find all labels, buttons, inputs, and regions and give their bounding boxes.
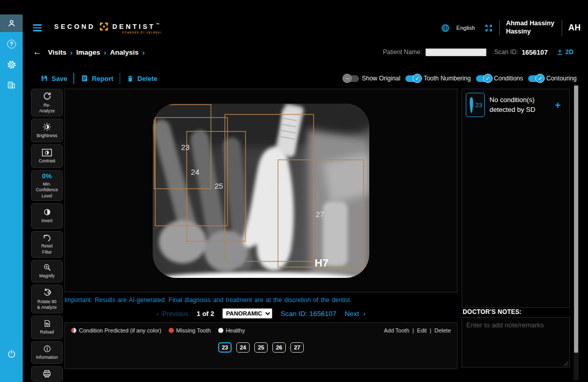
tools-panel: Re- Analyze Brightness Contrast 0% Min. … <box>31 89 63 382</box>
globe-icon[interactable] <box>440 23 450 33</box>
reset-filter-button[interactable]: Reset Filter <box>31 231 63 258</box>
rotate-90-analyze-button[interactable]: Rotate 90 & Analyze <box>31 285 63 313</box>
brand-logo-icon <box>100 22 108 31</box>
patient-bar: Patient Name: Scan ID: 1656107 2D <box>383 48 574 56</box>
export-2d-button[interactable]: 2D <box>557 48 574 56</box>
next-button[interactable]: Next › <box>345 310 365 318</box>
contrast-button[interactable]: Contrast <box>31 144 63 168</box>
brand-word-first: SECOND <box>54 23 95 30</box>
tooth-chip-24[interactable]: 24 <box>236 342 250 353</box>
information-button[interactable]: Information <box>31 341 63 364</box>
save-button[interactable]: Save <box>40 74 67 82</box>
user-name[interactable]: Ahmad Hassiny Hassiny <box>506 20 556 36</box>
resize-handle[interactable] <box>564 361 568 366</box>
xray-tooth-label-26: 26 <box>267 184 276 193</box>
save-icon <box>40 74 48 82</box>
delete-tooth-button[interactable]: Delete <box>434 327 451 334</box>
scrollbar-thumb[interactable] <box>574 86 578 353</box>
chevron-right-icon: › <box>363 310 366 318</box>
breadcrumb-visits[interactable]: Visits <box>48 48 67 56</box>
header: SECOND DENTIST™ POWERED BY VELMENI Engli… <box>23 14 588 41</box>
organization-icon <box>7 80 16 90</box>
toggle-track: − <box>344 75 359 82</box>
toggle-show-original[interactable]: − Show Original <box>344 75 400 82</box>
avatar[interactable]: AH <box>568 23 581 32</box>
doctors-notes <box>462 317 570 368</box>
menu-icon[interactable] <box>33 23 42 33</box>
toggle-track: ✓ <box>476 75 492 82</box>
help-icon: ? <box>7 40 16 48</box>
minus-icon: − <box>342 74 352 83</box>
back-arrow-icon[interactable]: ← <box>33 47 42 57</box>
sidebar-item-organization[interactable] <box>0 76 23 94</box>
upload-icon <box>557 49 563 56</box>
delete-button[interactable]: Delete <box>126 75 157 82</box>
sidebar-item-logout[interactable] <box>0 345 23 362</box>
toggle-conditions[interactable]: ✓ Conditions <box>476 75 524 82</box>
sidebar-item-settings[interactable] <box>0 56 23 73</box>
re-analyze-icon <box>42 91 52 101</box>
power-icon <box>7 349 17 359</box>
legend-panel: Condition Predicted (if any color) Missi… <box>64 322 458 369</box>
condition-message: No condition(s) detected by SD <box>489 95 547 115</box>
scan-id-label: Scan ID: <box>494 48 518 56</box>
tooth-chip-25[interactable]: 25 <box>254 342 268 353</box>
condition-card[interactable]: 23 No condition(s) detected by SD + <box>466 93 566 117</box>
edit-button[interactable]: Edit <box>417 327 427 334</box>
legend-actions: Add Tooth | Edit | Delete <box>384 327 451 334</box>
view-type-select[interactable]: PANORAMIC <box>222 308 272 319</box>
magnify-button[interactable]: Magnify <box>31 260 63 283</box>
patient-name-input[interactable] <box>426 48 486 56</box>
chevron-right-icon: › <box>70 48 73 57</box>
tooth-thumbnail: 23 <box>466 93 485 117</box>
healthy-dot-icon <box>218 328 223 333</box>
tooth-chip-27[interactable]: 27 <box>290 342 304 353</box>
language-selector[interactable]: English <box>456 25 475 31</box>
check-icon: ✓ <box>483 74 493 83</box>
min-confidence-button[interactable]: 0% Min. Confidence Level <box>31 170 63 201</box>
sidebar-item-profile[interactable] <box>0 14 23 32</box>
page-scrollbar <box>574 84 579 380</box>
xray-tooth-label-23: 23 <box>181 143 190 152</box>
xray-tooth-label-24: 24 <box>191 168 200 176</box>
view-toggles: − Show Original ✓ Tooth Numbering ✓ Cond… <box>344 75 577 82</box>
actions-separator: | <box>430 327 431 334</box>
sidebar-item-help[interactable]: ? <box>0 35 23 53</box>
report-button[interactable]: Report <box>80 74 113 82</box>
toggle-track: ✓ <box>405 75 421 82</box>
breadcrumb-images[interactable]: Images <box>76 48 101 56</box>
toggle-tooth-numbering[interactable]: ✓ Tooth Numbering <box>405 75 470 82</box>
xray-viewer[interactable]: 23 24 25 26 27 H7 <box>64 89 458 292</box>
brand-logo: SECOND DENTIST™ POWERED BY VELMENI <box>54 22 161 34</box>
toolbar-divider <box>120 73 121 84</box>
tooth-chip-26[interactable]: 26 <box>272 342 286 353</box>
previous-button[interactable]: ‹ Previous <box>156 310 188 318</box>
breadcrumb-analysis[interactable]: Analysis <box>110 48 139 56</box>
toggle-track: ✓ <box>528 75 544 82</box>
reload-button[interactable]: Reload <box>31 315 63 339</box>
tooth-number: 23 <box>476 102 482 108</box>
legend-healthy: Healthy <box>218 327 245 334</box>
re-analyze-button[interactable]: Re- Analyze <box>31 89 63 117</box>
tooth-chip-row: 23 24 25 26 27 <box>65 342 457 353</box>
add-tooth-button[interactable]: Add Tooth <box>384 327 409 334</box>
pagination-bar: ‹ Previous 1 of 2 PANORAMIC Scan ID: 165… <box>64 307 458 320</box>
sidebar: ? <box>0 14 23 382</box>
brightness-icon <box>42 122 52 131</box>
rotate-90-icon <box>42 288 52 297</box>
doctors-notes-input[interactable] <box>462 317 570 368</box>
brand-word-second: DENTIST™ <box>112 23 162 30</box>
print-icon <box>42 369 52 378</box>
tooth-chip-23[interactable]: 23 <box>218 342 232 353</box>
information-icon <box>43 344 52 353</box>
missing-tooth-dot-icon <box>169 328 174 333</box>
fullscreen-icon[interactable] <box>484 24 493 32</box>
user-icon <box>7 19 17 28</box>
reset-filter-icon <box>42 234 52 242</box>
chevron-right-icon: › <box>142 48 145 57</box>
print-button[interactable] <box>31 366 63 381</box>
toggle-contouring[interactable]: ✓ Contouring <box>528 75 577 82</box>
invert-button[interactable]: Invert <box>31 203 63 229</box>
add-condition-button[interactable]: + <box>555 99 561 111</box>
brightness-button[interactable]: Brightness <box>31 119 63 142</box>
